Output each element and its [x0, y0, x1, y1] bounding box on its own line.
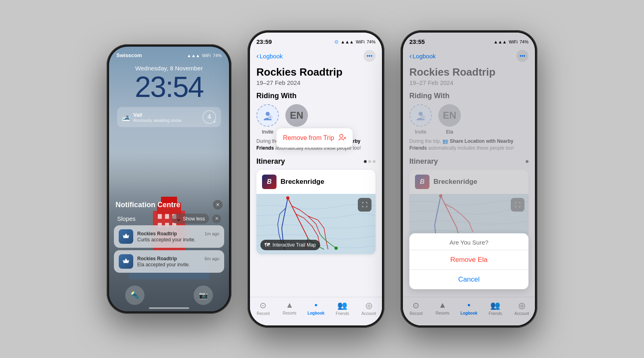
torch-button[interactable]: 🔦 [125, 286, 144, 305]
logbook-label: Logbook [308, 311, 324, 315]
tab-logbook[interactable]: ▪ Logbook [303, 300, 329, 316]
svg-point-12 [125, 236, 127, 238]
slopes-controls: ⌄ Show less ✕ [172, 214, 221, 224]
phone-3: 23:55 ▲▲▲ WiFi 74% ‹ Logbook ••• [400, 30, 537, 328]
app-status-right: ⊙ ▲▲▲ WiFi 74% [334, 39, 376, 45]
phone-2: 23:59 ⊙ ▲▲▲ WiFi 74% ‹ Logbook ••• [248, 30, 384, 328]
lock-widget-left: 🎿 Vail Anxiously awaiting snow. [122, 112, 182, 123]
notif-header: Notification Centre ✕ [114, 200, 224, 212]
invite-rider[interactable]: + Invite [256, 104, 279, 135]
more-options-button[interactable]: ••• [363, 50, 376, 62]
dot [373, 160, 376, 163]
lock-widget-text: Vail Anxiously awaiting snow. [133, 112, 182, 123]
lock-widget-badge: 4 ❄ [202, 110, 216, 124]
show-less-button[interactable]: ⌄ Show less [172, 214, 209, 224]
lock-widget: 🎿 Vail Anxiously awaiting snow. 4 ❄ [117, 107, 221, 127]
lock-bottom-bar: 🔦 📷 [109, 286, 229, 305]
camera-button[interactable]: 📷 [194, 286, 213, 305]
record-icon: ⊙ [260, 300, 266, 310]
remove-person-icon [338, 133, 346, 143]
battery-icon: 74% [367, 39, 376, 44]
back-arrow-icon: ‹ [256, 52, 259, 60]
battery-icon: 74% [213, 53, 222, 58]
notif-content-row: Rockies Roadtrip 6m ago [137, 256, 219, 261]
wifi-icon: WiFi [202, 53, 211, 58]
remove-from-trip-text: Remove from Trip [283, 134, 334, 142]
notification-item[interactable]: Rockies Roadtrip 6m ago Ela accepted you… [114, 250, 224, 273]
notification-item[interactable]: Rockies Roadtrip 1m ago Curtis accepted … [114, 225, 224, 248]
resort-card-header: B Breckenridge [256, 170, 376, 194]
ela-avatar: EN [285, 104, 308, 127]
notif-app-name: Rockies Roadtrip [137, 256, 177, 261]
notif-centre-title: Notification Centre [116, 201, 180, 209]
trip-title: Rockies Roadtrip [256, 66, 376, 78]
signal-icon: ▲▲▲ [341, 39, 354, 44]
interactive-trail-label[interactable]: 🗺 Interactive Trail Map [260, 240, 320, 250]
tab-resorts[interactable]: ▲ Resorts [277, 300, 303, 316]
widget-subtitle: Anxiously awaiting snow. [133, 118, 182, 123]
svg-point-13 [125, 261, 127, 263]
slopes-dismiss-button[interactable]: ✕ [212, 214, 221, 223]
svg-point-22 [334, 247, 338, 250]
back-label: Logbook [260, 53, 283, 60]
itinerary-section: Itinerary B [256, 157, 376, 254]
confirm-modal: Are You Sure? Remove Ela Cancel [409, 233, 528, 289]
notif-content: Rockies Roadtrip 6m ago Ela accepted you… [137, 256, 219, 267]
tab-friends[interactable]: 👥 Friends [329, 300, 356, 316]
notif-close-button[interactable]: ✕ [213, 200, 223, 210]
slopes-icon: 🎿 [122, 113, 130, 121]
account-icon: ◎ [365, 300, 372, 310]
show-less-text: Show less [183, 216, 205, 222]
app-icon [119, 254, 133, 269]
app-nav: ‹ Logbook ••• [250, 47, 382, 64]
widget-resort: Vail [133, 112, 182, 118]
svg-text:+: + [269, 115, 271, 119]
home-indicator[interactable] [149, 307, 189, 309]
signal-icon: ▲▲▲ [187, 53, 200, 58]
expand-icon: ⛶ [362, 202, 367, 208]
tab-record[interactable]: ⊙ Record [250, 300, 277, 316]
resort-name: Breckenridge [281, 178, 324, 186]
itinerary-title: Itinerary [256, 157, 285, 166]
wifi-icon: WiFi [356, 39, 365, 44]
app-status-bar: 23:59 ⊙ ▲▲▲ WiFi 74% [250, 33, 382, 47]
gps-icon: ⊙ [334, 39, 339, 45]
notif-message: Ela accepted your invite. [137, 262, 219, 267]
trail-map-text: Interactive Trail Map [272, 242, 316, 248]
record-label: Record [257, 311, 270, 316]
resorts-icon: ▲ [285, 300, 293, 310]
remove-from-trip-popup: Remove from Trip [277, 128, 353, 148]
notif-message: Curtis accepted your invite. [137, 237, 219, 243]
cancel-button[interactable]: Cancel [409, 270, 528, 289]
dot-active [364, 160, 367, 163]
notif-content-row: Rockies Roadtrip 1m ago [137, 231, 219, 237]
map-expand-button[interactable]: ⛶ [358, 198, 372, 212]
slopes-screen: 23:59 ⊙ ▲▲▲ WiFi 74% ‹ Logbook ••• [250, 33, 382, 325]
are-you-sure-title: Are You Sure? [409, 233, 528, 250]
invite-label: Invite [262, 129, 274, 135]
chevron-down-icon: ⌄ [176, 215, 181, 222]
dot [368, 160, 371, 163]
lock-top-bar: Swisscom ▲▲▲ WiFi 74% [109, 47, 229, 61]
app-content: Rockies Roadtrip 19–27 Feb 2024 Riding W… [250, 64, 382, 297]
tab-bar: ⊙ Record ▲ Resorts ▪ Logbook 👥 Friends [250, 297, 382, 325]
slopes-label: Slopes [117, 215, 136, 222]
lock-date-area: Wednesday, 8 November 23:54 [109, 65, 229, 101]
resort-map: ⛶ 🗺 Interactive Trail Map [256, 194, 376, 254]
itinerary-header: Itinerary [256, 157, 376, 166]
app-icon [119, 229, 133, 244]
carrier-label: Swisscom [116, 52, 142, 58]
tab-account[interactable]: ◎ Account [355, 300, 382, 316]
lock-time: 23:54 [109, 72, 229, 101]
notif-time: 1m ago [204, 231, 219, 236]
invite-avatar: + [256, 104, 279, 127]
notif-content: Rockies Roadtrip 1m ago Curtis accepted … [137, 231, 219, 243]
logbook-icon: ▪ [314, 300, 317, 310]
back-button[interactable]: ‹ Logbook [256, 52, 283, 60]
svg-point-21 [286, 196, 289, 200]
notif-app-name: Rockies Roadtrip [137, 231, 177, 237]
svg-point-17 [340, 134, 343, 138]
remove-ela-button[interactable]: Remove Ela [409, 250, 528, 270]
slopes-screen-3: 23:55 ▲▲▲ WiFi 74% ‹ Logbook ••• [403, 33, 535, 325]
friends-label: Friends [336, 311, 349, 316]
